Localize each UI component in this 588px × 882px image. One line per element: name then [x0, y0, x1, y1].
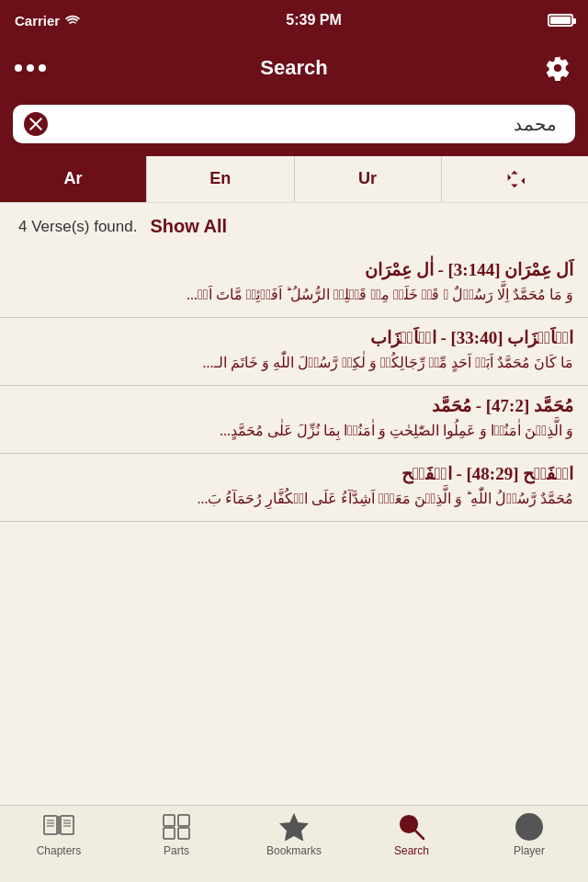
- tab-parts-label: Parts: [164, 844, 189, 857]
- verse-header-3: مُحَمَّد [47:2] - مُحَمَّد: [15, 395, 573, 416]
- verse-item-2[interactable]: الۡاَحۡزَاب [33:40] - الۡاَحۡزَاب مَا كَ…: [0, 318, 588, 386]
- svg-rect-12: [178, 828, 189, 839]
- verse-header-4: الۡفَتۡح [48:29] - الۡفَتۡح: [15, 463, 573, 484]
- resize-icon: [504, 169, 525, 189]
- wifi-icon: [65, 14, 80, 27]
- svg-line-15: [415, 831, 424, 839]
- tab-en[interactable]: En: [147, 156, 294, 202]
- tab-bookmarks-label: Bookmarks: [266, 844, 322, 857]
- tab-search[interactable]: Search: [353, 813, 470, 857]
- svg-rect-9: [164, 815, 175, 826]
- search-container: محمد: [0, 96, 588, 156]
- results-count: 4 Verse(s) found.: [18, 218, 137, 236]
- nav-dot-1: [15, 64, 22, 72]
- tab-chapters-label: Chapters: [37, 844, 82, 857]
- language-tabs: Ar En Ur: [0, 156, 588, 203]
- svg-marker-13: [281, 815, 307, 840]
- clear-icon: [29, 118, 42, 130]
- svg-rect-10: [178, 815, 189, 826]
- player-icon: [514, 813, 545, 841]
- grid-icon: [161, 813, 192, 841]
- tab-chapters[interactable]: Chapters: [0, 813, 118, 857]
- tab-search-label: Search: [394, 844, 429, 857]
- nav-dot-3: [39, 64, 46, 72]
- svg-rect-11: [164, 828, 175, 839]
- status-left: Carrier: [15, 13, 80, 28]
- carrier-label: Carrier: [15, 13, 60, 28]
- gear-icon: [545, 55, 571, 81]
- tab-resize[interactable]: [442, 156, 588, 202]
- verse-text-3: وَ الَّذِيۡنَ اٰمَنُوۡا وَ عَمِلُوا الصّ…: [15, 420, 573, 442]
- nav-dots[interactable]: [15, 64, 46, 72]
- settings-button[interactable]: [542, 52, 573, 84]
- tab-player-label: Player: [514, 844, 545, 857]
- star-icon: [278, 813, 310, 841]
- battery-icon: [548, 14, 573, 27]
- search-input-wrap[interactable]: محمد: [13, 105, 575, 143]
- tab-bookmarks[interactable]: Bookmarks: [235, 813, 353, 857]
- verse-header-1: اَل عِمْرَان [3:144] - اٰل عِمْرَان: [15, 259, 573, 280]
- tab-bar: Chapters Parts Bookmarks: [0, 805, 588, 882]
- verse-text-1: وَ مَا مُحَمَّدٌ اِلَّا رَسُوۡلٌ ۚ قَدۡ …: [15, 284, 573, 306]
- verse-header-2: الۡاَحۡزَاب [33:40] - الۡاَحۡزَاب: [15, 327, 573, 348]
- status-time: 5:39 PM: [286, 12, 341, 28]
- status-bar: Carrier 5:39 PM: [0, 0, 588, 40]
- results-header: 4 Verse(s) found. Show All: [0, 203, 588, 250]
- tab-ur[interactable]: Ur: [295, 156, 442, 202]
- nav-bar: Search: [0, 40, 588, 96]
- verse-text-4: مُحَمَّدٌ رَّسُوۡلُ اللّٰهِ ؕ وَ الَّذِي…: [15, 488, 573, 510]
- verse-item-1[interactable]: اَل عِمْرَان [3:144] - اٰل عِمْرَان وَ م…: [0, 250, 588, 318]
- search-tab-icon: [396, 813, 427, 841]
- tab-player[interactable]: Player: [470, 813, 588, 857]
- verse-text-2: مَا كَانَ مُحَمَّدٌ اَبَاۤ اَحَدٍ مِّنۡ …: [15, 352, 573, 374]
- tab-ar[interactable]: Ar: [0, 156, 147, 202]
- verse-item-4[interactable]: الۡفَتۡح [48:29] - الۡفَتۡح مُحَمَّدٌ رَ…: [0, 454, 588, 522]
- svg-rect-0: [44, 816, 57, 834]
- search-value[interactable]: محمد: [48, 113, 564, 135]
- svg-rect-1: [61, 816, 74, 834]
- show-all-button[interactable]: Show All: [150, 216, 227, 237]
- nav-title: Search: [260, 56, 327, 80]
- tab-parts[interactable]: Parts: [118, 813, 235, 857]
- verse-item-3[interactable]: مُحَمَّد [47:2] - مُحَمَّد وَ الَّذِيۡنَ…: [0, 386, 588, 454]
- book-icon: [43, 813, 74, 841]
- search-clear-button[interactable]: [24, 112, 48, 136]
- verses-list: اَل عِمْرَان [3:144] - اٰل عِمْرَان وَ م…: [0, 250, 588, 882]
- status-right: [548, 14, 573, 27]
- nav-dot-2: [27, 64, 34, 72]
